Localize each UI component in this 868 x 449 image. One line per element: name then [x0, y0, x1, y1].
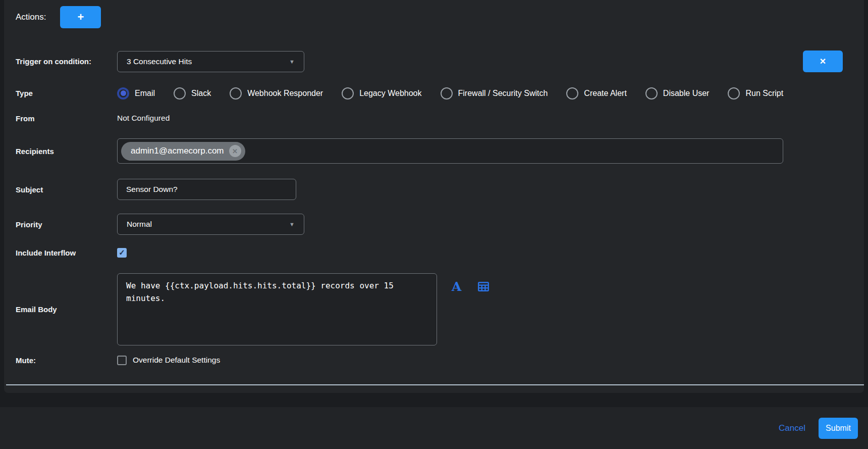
footer-gap	[0, 393, 868, 407]
recipient-tag-text: admin1@acmecorp.com	[131, 146, 224, 156]
font-color-icon[interactable]: A	[452, 280, 461, 293]
cancel-button[interactable]: Cancel	[779, 423, 805, 433]
trigger-condition-value: 3 Consecutive Hits	[127, 57, 192, 66]
include-interflow-label: Include Interflow	[16, 248, 117, 257]
mute-row: Mute: Override Default Settings	[4, 355, 864, 366]
remove-action-button[interactable]: ✕	[803, 51, 843, 72]
radio-create-alert[interactable]: Create Alert	[566, 87, 626, 99]
priority-value: Normal	[127, 220, 152, 229]
subject-input[interactable]	[117, 179, 296, 200]
email-body-label: Email Body	[16, 305, 117, 314]
caret-down-icon: ▼	[289, 221, 295, 227]
actions-label: Actions:	[16, 12, 46, 22]
include-interflow-checkbox[interactable]: ✓	[117, 248, 127, 258]
radio-slack[interactable]: Slack	[174, 87, 211, 99]
radio-circle-icon	[174, 87, 186, 99]
include-interflow-row: Include Interflow ✓	[4, 247, 864, 258]
recipients-row: Recipients admin1@acmecorp.com ✕	[4, 138, 864, 164]
section-divider	[6, 384, 864, 385]
trigger-condition-row: Trigger on condition: 3 Consecutive Hits…	[4, 51, 864, 72]
radio-disable-user[interactable]: Disable User	[645, 87, 710, 99]
caret-down-icon: ▼	[289, 59, 295, 65]
radio-circle-icon	[566, 87, 578, 99]
subject-row: Subject	[4, 179, 864, 200]
action-type-row: Type Email Slack Webhook Responder Legac…	[4, 86, 864, 100]
type-label: Type	[16, 89, 117, 97]
from-row: From Not Configured	[4, 113, 864, 123]
plus-icon: +	[78, 11, 84, 24]
close-icon: ✕	[820, 57, 826, 66]
priority-select[interactable]: Normal ▼	[117, 214, 304, 235]
radio-circle-icon	[645, 87, 658, 99]
radio-webhook-responder[interactable]: Webhook Responder	[230, 87, 323, 99]
radio-circle-icon	[342, 87, 354, 99]
mute-checkbox[interactable]	[117, 356, 127, 365]
email-body-textarea[interactable]: We have {{ctx.payload.hits.hits.total}} …	[117, 273, 437, 345]
radio-firewall-security-switch[interactable]: Firewall / Security Switch	[441, 87, 548, 99]
trigger-condition-label: Trigger on condition:	[16, 57, 117, 66]
trigger-condition-select[interactable]: 3 Consecutive Hits ▼	[117, 51, 304, 72]
tag-remove-icon[interactable]: ✕	[229, 145, 241, 157]
submit-button[interactable]: Submit	[819, 418, 858, 439]
priority-label: Priority	[16, 220, 117, 229]
radio-circle-icon	[441, 87, 453, 99]
radio-circle-icon	[230, 87, 242, 99]
mute-checkbox-label: Override Default Settings	[133, 356, 220, 365]
radio-legacy-webhook[interactable]: Legacy Webhook	[342, 87, 421, 99]
footer-bar: Cancel Submit	[0, 407, 868, 449]
subject-label: Subject	[16, 185, 117, 194]
radio-circle-icon	[728, 87, 740, 99]
action-type-radio-group: Email Slack Webhook Responder Legacy Web…	[117, 87, 783, 99]
radio-run-script[interactable]: Run Script	[728, 87, 783, 99]
email-body-row: Email Body We have {{ctx.payload.hits.hi…	[4, 273, 864, 345]
priority-row: Priority Normal ▼	[4, 214, 864, 235]
radio-email[interactable]: Email	[117, 87, 155, 99]
action-config-panel: Actions: + Trigger on condition: 3 Conse…	[4, 0, 864, 393]
recipients-label: Recipients	[16, 147, 117, 156]
radio-circle-icon	[117, 87, 129, 99]
mute-label: Mute:	[16, 356, 117, 365]
add-action-button[interactable]: +	[60, 6, 101, 28]
table-icon[interactable]	[478, 282, 489, 291]
email-body-toolbar: A	[452, 280, 489, 293]
actions-header-row: Actions: +	[4, 6, 864, 28]
from-value: Not Configured	[117, 114, 170, 123]
recipient-tag: admin1@acmecorp.com ✕	[121, 142, 245, 161]
from-label: From	[16, 114, 117, 123]
recipients-input[interactable]: admin1@acmecorp.com ✕	[117, 138, 783, 164]
